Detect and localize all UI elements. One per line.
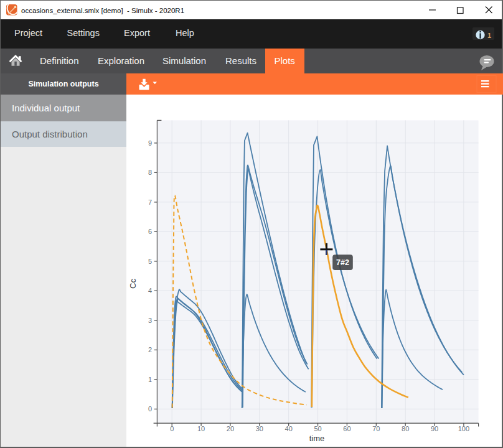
svg-text:Cc: Cc — [128, 279, 138, 289]
svg-text:60: 60 — [343, 425, 350, 432]
svg-text:time: time — [309, 434, 325, 443]
svg-text:4: 4 — [148, 287, 152, 294]
svg-text:6: 6 — [148, 228, 152, 235]
svg-text:0: 0 — [148, 405, 152, 413]
svg-text:2: 2 — [148, 346, 152, 353]
svg-text:1: 1 — [148, 376, 152, 383]
svg-text:8: 8 — [148, 169, 152, 176]
svg-text:70: 70 — [372, 425, 380, 432]
svg-text:7: 7 — [148, 198, 152, 206]
svg-text:9: 9 — [148, 139, 152, 147]
svg-text:30: 30 — [256, 425, 263, 432]
svg-text:20: 20 — [227, 425, 234, 432]
svg-text:50: 50 — [314, 425, 321, 432]
svg-text:10: 10 — [197, 425, 205, 432]
svg-text:3: 3 — [148, 317, 152, 324]
svg-text:0: 0 — [170, 425, 174, 432]
svg-text:80: 80 — [402, 425, 409, 432]
svg-text:90: 90 — [431, 425, 438, 432]
svg-text:7#2: 7#2 — [336, 258, 349, 267]
svg-text:100: 100 — [458, 425, 469, 432]
svg-text:40: 40 — [285, 425, 293, 432]
svg-text:5: 5 — [148, 258, 152, 265]
